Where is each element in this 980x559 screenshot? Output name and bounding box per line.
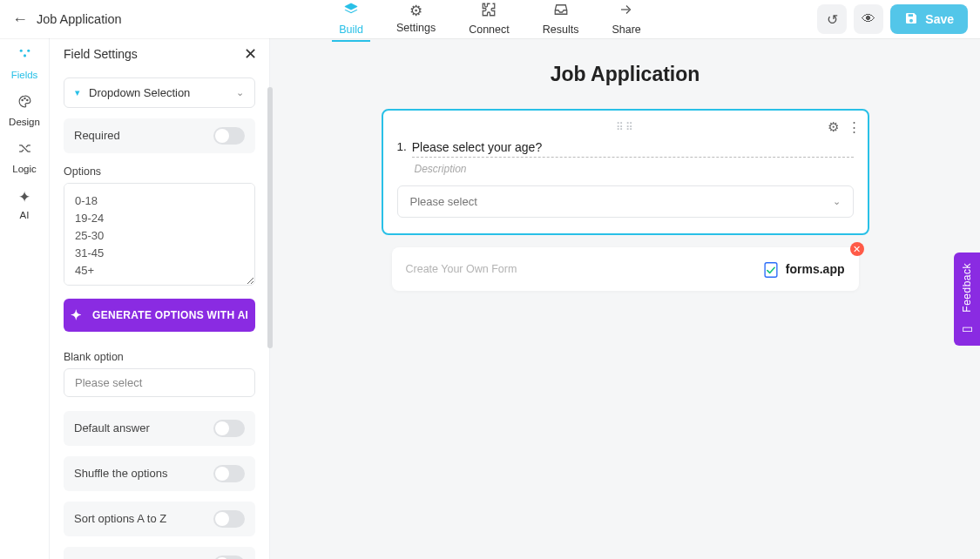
required-row: Required <box>64 118 255 153</box>
generate-ai-label: GENERATE OPTIONS WITH AI <box>92 309 248 321</box>
form-title[interactable]: Job Application <box>270 63 980 86</box>
palette-icon <box>17 94 32 113</box>
default-answer-row: Default answer <box>64 411 255 446</box>
shuffle-label: Shuffle the options <box>74 467 167 480</box>
nav-build-label: Build <box>339 24 363 36</box>
logo-text: forms.app <box>786 262 845 276</box>
history-button[interactable]: ↺ <box>817 4 847 34</box>
options-textarea[interactable] <box>64 183 255 286</box>
nav-connect[interactable]: Connect <box>467 0 511 41</box>
svg-point-3 <box>21 99 22 100</box>
options-label: Options <box>64 165 255 178</box>
inbox-icon <box>553 2 569 22</box>
svg-point-1 <box>27 50 30 52</box>
feedback-icon: ▭ <box>962 321 973 335</box>
question-description[interactable]: Description <box>415 163 854 175</box>
rail-logic-label: Logic <box>12 164 37 174</box>
nav-build[interactable]: Build <box>337 0 365 41</box>
default-answer-toggle[interactable] <box>213 420 245 437</box>
question-text[interactable]: Please select your age? <box>412 140 854 158</box>
branding-card: ✕ Create Your Own Form forms.app <box>392 247 859 291</box>
save-icon <box>904 11 918 28</box>
nav-share-label: Share <box>612 24 640 36</box>
nav-settings-label: Settings <box>396 22 436 34</box>
shuffle-row: Shuffle the options <box>64 456 255 491</box>
preview-button[interactable]: 👁 <box>854 4 883 34</box>
svg-point-2 <box>23 54 25 57</box>
chevron-down-icon: ▾ <box>75 87 80 98</box>
sort-label: Sort options A to Z <box>74 512 166 525</box>
rail-fields-label: Fields <box>11 70 38 80</box>
back-arrow-icon[interactable]: ← <box>12 10 28 29</box>
field-settings-panel: Field Settings ✕ ▾ Dropdown Selection ⌄ … <box>50 38 270 559</box>
nav-settings[interactable]: ⚙ Settings <box>395 0 437 41</box>
sort-row: Sort options A to Z <box>64 502 255 536</box>
rail-design[interactable]: Design <box>9 94 40 127</box>
form-canvas: Job Application ⠿⠿ ⚙ ⋮ 1. Please select … <box>270 38 980 559</box>
required-toggle[interactable] <box>213 127 245 145</box>
blank-option-label: Blank option <box>64 351 255 363</box>
left-rail: Fields Design Logic ✦ AI <box>0 38 50 559</box>
question-number: 1. <box>397 140 407 158</box>
other-option-row: Add other option <box>64 547 255 559</box>
rail-logic[interactable]: Logic <box>12 141 37 174</box>
nav-share[interactable]: Share <box>610 0 642 41</box>
other-option-toggle[interactable] <box>213 556 245 559</box>
more-vertical-icon[interactable]: ⋮ <box>848 119 861 135</box>
logo-icon <box>761 260 781 280</box>
nav-results-label: Results <box>543 24 579 36</box>
nav-results[interactable]: Results <box>541 0 581 41</box>
eye-icon: 👁 <box>862 11 875 27</box>
rail-ai[interactable]: ✦ AI <box>18 188 30 220</box>
gear-icon[interactable]: ⚙ <box>828 119 839 135</box>
field-card[interactable]: ⠿⠿ ⚙ ⋮ 1. Please select your age? Descri… <box>382 109 869 235</box>
rail-design-label: Design <box>9 117 40 127</box>
gear-icon: ⚙ <box>409 2 422 20</box>
field-type-label: Dropdown Selection <box>89 86 227 99</box>
svg-point-4 <box>24 98 24 98</box>
save-button[interactable]: Save <box>890 4 968 34</box>
history-icon: ↺ <box>827 11 838 28</box>
shuffle-toggle[interactable] <box>213 465 245 482</box>
layers-icon <box>343 2 359 22</box>
save-button-label: Save <box>925 12 954 26</box>
workspace: Fields Design Logic ✦ AI Field Settings … <box>0 38 980 559</box>
feedback-tab[interactable]: Feedback ▭ <box>954 253 980 346</box>
blank-option-input[interactable] <box>64 368 255 397</box>
panel-title: Field Settings <box>64 47 138 61</box>
chevron-down-icon: ⌄ <box>833 196 841 207</box>
branding-cta[interactable]: Create Your Own Form <box>406 263 517 275</box>
nav-connect-label: Connect <box>469 24 510 36</box>
puzzle-icon <box>481 2 497 22</box>
sort-toggle[interactable] <box>213 510 245 528</box>
drag-handle-icon[interactable]: ⠿⠿ <box>397 121 854 133</box>
topbar: ← Job Application Build ⚙ Settings Conne… <box>0 0 980 38</box>
rail-ai-label: AI <box>20 210 30 220</box>
rail-fields[interactable]: Fields <box>11 47 38 80</box>
required-label: Required <box>74 129 120 142</box>
svg-rect-6 <box>765 263 777 278</box>
top-nav: Build ⚙ Settings Connect Results <box>337 0 643 41</box>
svg-point-5 <box>26 99 27 100</box>
dropdown-preview[interactable]: Please select ⌄ <box>397 185 854 218</box>
field-type-select[interactable]: ▾ Dropdown Selection ⌄ <box>64 77 255 108</box>
dropdown-placeholder: Please select <box>410 195 477 208</box>
svg-point-0 <box>19 50 22 52</box>
shuffle-icon <box>17 141 32 160</box>
remove-branding-button[interactable]: ✕ <box>850 242 864 256</box>
chevron-down-icon: ⌄ <box>236 87 244 98</box>
close-icon[interactable]: ✕ <box>244 44 257 64</box>
share-icon <box>618 2 634 22</box>
sparkle-icon: ✦ <box>18 188 30 206</box>
fields-icon <box>17 47 32 66</box>
generate-ai-button[interactable]: ✦ GENERATE OPTIONS WITH AI <box>64 299 255 332</box>
sparkle-icon: ✦ <box>71 307 82 323</box>
formsapp-logo[interactable]: forms.app <box>761 259 845 279</box>
feedback-label: Feedback <box>961 263 973 313</box>
page-title: Job Application <box>37 12 122 26</box>
default-answer-label: Default answer <box>74 421 150 434</box>
